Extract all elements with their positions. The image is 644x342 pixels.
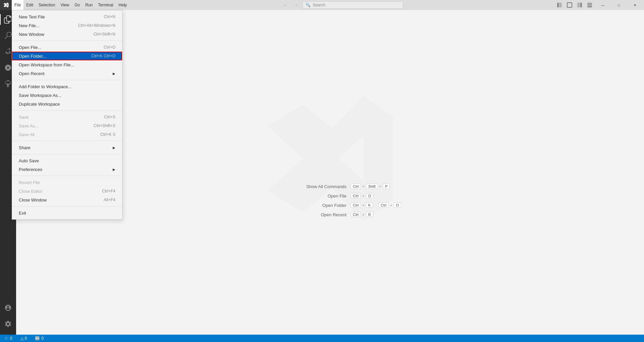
kbd-ctrl3: Ctrl (351, 203, 361, 208)
new-window-shortcut: Ctrl+Shift+N (94, 32, 115, 37)
show-commands-label: Show All Commands (300, 184, 346, 189)
bell-icon: 🆕 (35, 336, 40, 341)
title-bar-right: — □ ✕ (555, 0, 644, 10)
menu-revert-file[interactable]: Revert File (12, 178, 122, 187)
svg-rect-0 (557, 3, 559, 7)
menu-preferences[interactable]: Preferences ▶ (12, 165, 122, 174)
open-recent-keys: Ctrl + R (351, 212, 373, 217)
kbd-shift: Shift (366, 184, 378, 189)
menu-bar: File Edit Selection View Go Run Terminal… (12, 0, 129, 10)
menu-section-share: Share ▶ (12, 142, 122, 153)
new-window-label: New Window (19, 32, 44, 37)
menu-new-window[interactable]: New Window Ctrl+Shift+N (12, 30, 122, 39)
kbd-r: R (366, 212, 373, 217)
search-bar[interactable]: 🔍 Search (303, 1, 403, 9)
separator-4 (12, 141, 122, 141)
maximize-button[interactable]: □ (611, 0, 627, 10)
menu-edit[interactable]: Edit (23, 0, 36, 10)
kbd-ctrl5: Ctrl (351, 212, 361, 217)
status-bar: ⛌ 0 △ 0 🆕 0 (0, 335, 644, 342)
kbd-o2: O (394, 203, 401, 208)
open-workspace-label: Open Workspace from File... (19, 62, 74, 67)
menu-file[interactable]: File (12, 0, 23, 10)
welcome-content: Show All Commands Ctrl + Shift + P Open … (300, 184, 401, 221)
open-recent-arrow: ▶ (113, 72, 115, 75)
close-editor-label: Close Editor (19, 189, 43, 194)
status-notifications[interactable]: 🆕 0 (33, 335, 46, 342)
menu-selection[interactable]: Selection (36, 0, 58, 10)
warning-count: 0 (25, 336, 27, 341)
layout-sidebar-right[interactable] (575, 1, 584, 9)
save-as-shortcut: Ctrl+Shift+S (94, 123, 115, 128)
menu-view[interactable]: View (58, 0, 72, 10)
close-button[interactable]: ✕ (627, 0, 643, 10)
share-label: Share (19, 145, 31, 150)
status-warnings[interactable]: △ 0 (18, 335, 29, 342)
menu-duplicate-workspace[interactable]: Duplicate Workspace (12, 100, 122, 108)
duplicate-workspace-label: Duplicate Workspace (19, 102, 60, 107)
nav-back-button[interactable]: ← (281, 1, 289, 9)
menu-close-window[interactable]: Close Window Alt+F4 (12, 195, 122, 204)
menu-new-file[interactable]: New File... Ctrl+Alt+Windows+N (12, 21, 122, 30)
separator-6 (12, 176, 122, 176)
error-icon: ⛌ (5, 336, 9, 341)
menu-terminal[interactable]: Terminal (95, 0, 116, 10)
menu-open-folder[interactable]: Open Folder... Ctrl+K Ctrl+O (12, 52, 122, 60)
menu-close-editor[interactable]: Close Editor Ctrl+F4 (12, 187, 122, 195)
kbd-o: O (366, 193, 374, 198)
kbd-ctrl4: Ctrl (378, 203, 389, 208)
activity-settings[interactable] (0, 316, 16, 332)
menu-new-text-file[interactable]: New Text File Ctrl+N (12, 12, 122, 21)
kbd-k: K (366, 203, 373, 208)
auto-save-label: Auto Save (19, 158, 39, 163)
open-folder-keys: Ctrl + K Ctrl + O (351, 203, 401, 208)
search-icon: 🔍 (306, 3, 311, 7)
file-dropdown-menu: New Text File Ctrl+N New File... Ctrl+Al… (12, 10, 122, 220)
new-text-file-label: New Text File (19, 14, 45, 19)
layout-panels[interactable] (585, 1, 594, 9)
open-folder-label: Open Folder (300, 203, 346, 208)
menu-save-as[interactable]: Save As... Ctrl+Shift+S (12, 121, 122, 130)
menu-open-file[interactable]: Open File... Ctrl+O (12, 43, 122, 52)
menu-help[interactable]: Help (116, 0, 130, 10)
open-file-label: Open File (300, 193, 346, 198)
menu-section-open: Open File... Ctrl+O Open Folder... Ctrl+… (12, 42, 122, 78)
nav-forward-button[interactable]: → (292, 1, 300, 9)
save-workspace-label: Save Workspace As... (19, 93, 61, 98)
shortcut-open-folder: Open Folder Ctrl + K Ctrl + O (300, 203, 401, 208)
new-text-file-shortcut: Ctrl+N (104, 14, 115, 19)
separator-2 (12, 80, 122, 80)
menu-share[interactable]: Share ▶ (12, 143, 122, 152)
minimize-button[interactable]: — (595, 0, 610, 10)
new-file-shortcut: Ctrl+Alt+Windows+N (78, 23, 115, 28)
menu-section-save: Save Ctrl+S Save As... Ctrl+Shift+S Save… (12, 112, 122, 139)
menu-save[interactable]: Save Ctrl+S (12, 113, 122, 121)
svg-rect-4 (580, 3, 582, 7)
status-errors[interactable]: ⛌ 0 (3, 335, 14, 342)
open-folder-menu-shortcut: Ctrl+K Ctrl+O (91, 54, 115, 58)
menu-section-workspace: Add Folder to Workspace... Save Workspac… (12, 81, 122, 109)
menu-save-all[interactable]: Save All Ctrl+K S (12, 130, 122, 139)
layout-sidebar-left[interactable] (555, 1, 564, 9)
title-bar-left: File Edit Selection View Go Run Terminal… (0, 0, 129, 10)
menu-add-folder[interactable]: Add Folder to Workspace... (12, 82, 122, 91)
error-count: 0 (10, 336, 12, 341)
menu-open-recent[interactable]: Open Recent ▶ (12, 69, 122, 78)
menu-save-workspace[interactable]: Save Workspace As... (12, 91, 122, 100)
layout-editor[interactable] (565, 1, 574, 9)
show-commands-keys: Ctrl + Shift + P (351, 184, 390, 189)
menu-auto-save[interactable]: Auto Save (12, 156, 122, 165)
share-arrow: ▶ (113, 146, 115, 150)
save-as-label: Save As... (19, 123, 39, 128)
preferences-label: Preferences (19, 167, 42, 172)
menu-go[interactable]: Go (72, 0, 83, 10)
menu-open-workspace[interactable]: Open Workspace from File... (12, 60, 122, 69)
save-all-shortcut: Ctrl+K S (100, 132, 115, 137)
open-recent-menu-label: Open Recent (19, 71, 45, 76)
exit-label: Exit (19, 211, 26, 216)
menu-run[interactable]: Run (83, 0, 95, 10)
menu-exit[interactable]: Exit (12, 209, 122, 217)
shortcut-show-commands: Show All Commands Ctrl + Shift + P (300, 184, 401, 189)
activity-account[interactable] (0, 300, 16, 316)
svg-rect-6 (587, 6, 592, 7)
